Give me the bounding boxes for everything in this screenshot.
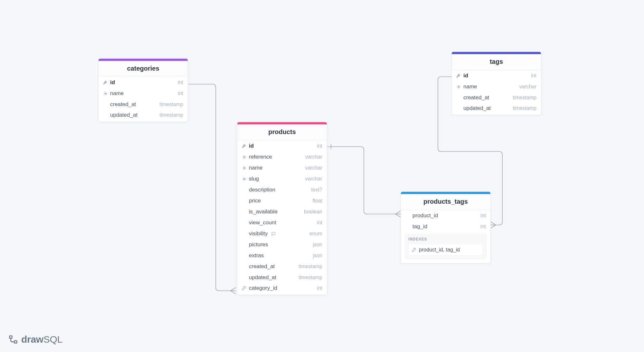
col-type: json — [313, 242, 322, 248]
table-columns-tags: id int name varchar created_at timestamp — [452, 70, 541, 115]
col-categories-created-at[interactable]: created_at timestamp — [99, 99, 188, 110]
col-type: varchar — [305, 176, 322, 182]
col-categories-updated-at[interactable]: updated_at timestamp — [99, 110, 188, 122]
table-title-tags: tags — [452, 54, 541, 70]
col-name: created_at — [249, 263, 275, 270]
col-name: description — [249, 187, 275, 193]
col-type: int — [480, 213, 486, 219]
col-tags-id[interactable]: id int — [452, 70, 541, 81]
col-type: text? — [311, 187, 322, 193]
col-products-view-count[interactable]: view_count int — [237, 217, 327, 228]
table-accent-categories — [99, 59, 188, 61]
svg-line-0 — [231, 288, 236, 291]
table-columns-products: id int reference varchar name — [237, 141, 327, 295]
connector-categories-products — [188, 84, 236, 291]
col-products-is-available[interactable]: is_available boolean — [237, 206, 327, 217]
svg-line-5 — [395, 214, 401, 217]
col-type: varchar — [305, 165, 322, 171]
svg-line-7 — [491, 222, 496, 225]
table-columns-categories: id int name int created_at timestamp — [99, 77, 188, 122]
table-products-tags[interactable]: products_tags product_id int tag_id int … — [401, 191, 491, 263]
col-productstags-product-id[interactable]: product_id int — [401, 210, 490, 221]
col-type: varchar — [305, 154, 322, 160]
col-name: name — [463, 83, 477, 90]
col-tags-created-at[interactable]: created_at timestamp — [452, 92, 541, 103]
col-name: is_available — [249, 209, 278, 215]
col-type: timestamp — [298, 275, 322, 280]
logo-part1: draw — [21, 334, 43, 345]
logo-text: drawSQL — [21, 334, 62, 345]
table-title-products: products — [237, 124, 327, 141]
table-tags[interactable]: tags id int name varchar — [451, 52, 541, 115]
snowflake-icon — [456, 85, 461, 89]
col-type: timestamp — [513, 105, 536, 111]
col-type: enum — [309, 231, 322, 237]
snowflake-icon — [241, 155, 247, 159]
col-products-name[interactable]: name varchar — [237, 162, 327, 173]
table-products[interactable]: products id int reference varcha — [237, 122, 327, 295]
col-name: view_count — [249, 220, 276, 226]
col-type: timestamp — [159, 102, 183, 107]
col-type: int — [317, 220, 322, 226]
col-name: visibility — [249, 230, 268, 237]
col-products-description[interactable]: description text? — [237, 184, 327, 195]
col-name: id — [110, 79, 115, 86]
col-type: float — [313, 198, 322, 204]
col-products-pictures[interactable]: pictures json — [237, 239, 327, 250]
col-type: int — [480, 224, 486, 230]
col-categories-id[interactable]: id int — [99, 77, 188, 88]
col-name: name — [249, 165, 263, 171]
col-products-category-id[interactable]: category_id int — [237, 283, 327, 295]
col-products-updated-at[interactable]: updated_at timestamp — [237, 272, 327, 283]
col-type: timestamp — [513, 95, 536, 101]
crowfoot-productstags-product-id — [395, 211, 401, 217]
brand-logo: drawSQL — [8, 334, 62, 345]
col-products-extras[interactable]: extras json — [237, 250, 327, 261]
col-products-id[interactable]: id int — [237, 141, 327, 152]
indexes-box: INDEXES product_id, tag_id — [405, 234, 487, 259]
indexes-label: INDEXES — [408, 237, 483, 241]
col-products-created-at[interactable]: created_at timestamp — [237, 261, 327, 272]
col-categories-name[interactable]: name int — [99, 88, 188, 99]
col-type: json — [313, 253, 322, 259]
table-accent-tags — [452, 52, 541, 54]
col-name: price — [249, 198, 261, 204]
key-icon — [102, 80, 108, 85]
logo-part2: SQL — [43, 334, 62, 345]
foreign-key-icon — [241, 286, 247, 290]
col-name: name — [110, 90, 124, 97]
crowfoot-productstags-tag-id — [491, 222, 496, 228]
svg-line-3 — [395, 211, 401, 214]
col-type: int — [178, 80, 183, 85]
col-productstags-tag-id[interactable]: tag_id int — [401, 221, 490, 232]
crowfoot-products-category-id — [231, 288, 236, 294]
diagram-canvas[interactable]: categories id int name int — [0, 0, 644, 352]
col-name: extras — [249, 252, 264, 259]
col-type: int — [178, 91, 183, 96]
table-accent-products-tags — [401, 192, 490, 194]
col-name: tag_id — [412, 223, 427, 230]
col-products-visibility[interactable]: visibility enum — [237, 228, 327, 239]
col-name: created_at — [110, 101, 136, 108]
table-title-categories: categories — [99, 61, 188, 77]
col-name: id — [463, 73, 468, 79]
col-type: int — [317, 143, 322, 149]
table-categories[interactable]: categories id int name int — [98, 58, 188, 122]
svg-line-2 — [231, 291, 236, 294]
foreign-key-icon — [412, 248, 416, 252]
snowflake-icon — [241, 177, 247, 181]
col-products-reference[interactable]: reference varchar — [237, 152, 327, 162]
snowflake-icon — [241, 166, 247, 170]
col-type: int — [317, 285, 322, 291]
col-tags-name[interactable]: name varchar — [452, 81, 541, 92]
table-accent-products — [237, 122, 327, 124]
col-products-price[interactable]: price float — [237, 195, 327, 206]
index-item[interactable]: product_id, tag_id — [408, 244, 483, 256]
col-products-slug[interactable]: slug varchar — [237, 173, 327, 184]
logo-icon — [8, 335, 18, 344]
svg-line-9 — [491, 225, 496, 228]
col-name: product_id — [412, 212, 438, 219]
col-type: int — [531, 73, 536, 79]
col-tags-updated-at[interactable]: updated_at timestamp — [452, 103, 541, 115]
table-title-products-tags: products_tags — [401, 194, 490, 210]
